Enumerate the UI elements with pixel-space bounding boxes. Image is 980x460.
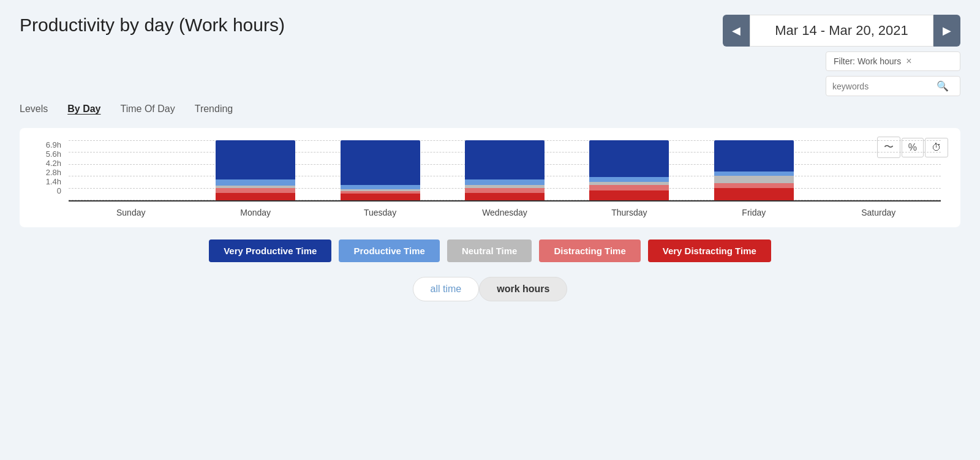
page-title: Productivity by day (Work hours) (20, 15, 285, 36)
prev-date-button[interactable]: ◀ (723, 15, 750, 47)
bar-segment-veryProductive (714, 140, 794, 172)
bar-segment-distracting (714, 183, 794, 189)
nav-tab-trending[interactable]: Trending (195, 104, 233, 116)
legend-item-distracting: Distracting Time (539, 239, 640, 262)
date-range-label: Mar 14 - Mar 20, 2021 (750, 15, 933, 47)
legend: Very Productive TimeProductive TimeNeutr… (20, 239, 960, 262)
bar-segment-veryProductive (465, 140, 545, 179)
next-date-button[interactable]: ▶ (933, 15, 960, 47)
bar-segment-distracting (465, 188, 545, 193)
y-axis: 6.9h5.6h4.2h2.8h1.4h0 (39, 140, 69, 217)
date-navigator: ◀ Mar 14 - Mar 20, 2021 ▶ (723, 15, 960, 47)
bars-container (69, 140, 941, 200)
bar-segment-veryDistracting (714, 188, 794, 200)
day-column (816, 140, 941, 200)
x-label: Wednesday (442, 208, 567, 217)
y-label: 5.6h (46, 149, 61, 159)
x-label: Monday (193, 208, 317, 217)
bar-segment-neutral (714, 176, 794, 183)
legend-item-neutral: Neutral Time (447, 239, 532, 262)
search-icon[interactable]: 🔍 (937, 80, 949, 92)
bar-stack (341, 140, 420, 200)
y-label: 4.2h (46, 159, 61, 168)
x-label: Sunday (69, 208, 193, 217)
filter-label: Filter: Work hours (834, 56, 901, 66)
bar-stack (714, 140, 794, 200)
bar-segment-veryDistracting (216, 193, 295, 200)
bar-segment-veryDistracting (589, 190, 669, 200)
filter-bar: Filter: Work hours × (826, 51, 960, 71)
x-axis: SundayMondayTuesdayWednesdayThursdayFrid… (69, 200, 941, 217)
bar-segment-productive (465, 179, 545, 184)
bar-segment-productive (714, 172, 794, 176)
day-column (318, 140, 442, 200)
nav-tab-by-day[interactable]: By Day (67, 104, 100, 116)
y-label: 2.8h (46, 168, 61, 177)
day-column (442, 140, 567, 200)
bar-segment-productive (216, 179, 295, 185)
bar-segment-veryDistracting (465, 193, 545, 200)
bottom-tab-work-hours[interactable]: work hours (479, 277, 567, 301)
bar-segment-distracting (589, 185, 669, 190)
day-column (567, 140, 692, 200)
search-input[interactable] (832, 81, 937, 91)
bar-stack (589, 140, 669, 200)
x-label: Tuesday (318, 208, 442, 217)
chart-wrapper: 6.9h5.6h4.2h2.8h1.4h0 SundayMondayTuesda… (39, 140, 941, 217)
nav-tab-levels[interactable]: Levels (20, 104, 48, 116)
bar-segment-productive (589, 177, 669, 183)
bar-segment-veryDistracting (341, 194, 420, 200)
legend-item-productive: Productive Time (339, 239, 439, 262)
bar-segment-veryProductive (341, 140, 420, 185)
chart-inner: SundayMondayTuesdayWednesdayThursdayFrid… (69, 140, 941, 217)
bottom-tabs: all timework hours (20, 277, 960, 301)
bar-segment-veryProductive (589, 140, 669, 177)
top-right-controls: ◀ Mar 14 - Mar 20, 2021 ▶ Filter: Work h… (723, 15, 960, 96)
bottom-tab-all-time[interactable]: all time (413, 277, 480, 301)
x-label: Saturday (816, 208, 941, 217)
legend-item-very-distracting: Very Distracting Time (648, 239, 771, 262)
chart-area: 〜 % ⏱ 6.9h5.6h4.2h2.8h1.4h0 SundayMonday… (20, 128, 960, 227)
bar-stack (216, 140, 295, 200)
legend-item-very-productive: Very Productive Time (209, 239, 331, 262)
y-label: 6.9h (46, 140, 61, 149)
search-bar: 🔍 (826, 76, 960, 96)
x-label: Thursday (567, 208, 692, 217)
bar-stack (465, 140, 545, 200)
day-column (69, 140, 193, 200)
bar-segment-distracting (216, 188, 295, 193)
bars-area (69, 140, 941, 200)
nav-tabs: LevelsBy DayTime Of DayTrending (20, 104, 960, 116)
nav-tab-time-of-day[interactable]: Time Of Day (121, 104, 175, 116)
day-column (193, 140, 317, 200)
filter-tag: Filter: Work hours × (826, 51, 960, 71)
day-column (692, 140, 816, 200)
filter-close-icon[interactable]: × (906, 56, 911, 67)
bar-segment-productive (341, 185, 420, 189)
x-label: Friday (692, 208, 816, 217)
bar-segment-veryProductive (216, 140, 295, 179)
y-label: 0 (57, 186, 61, 195)
y-label: 1.4h (46, 177, 61, 186)
